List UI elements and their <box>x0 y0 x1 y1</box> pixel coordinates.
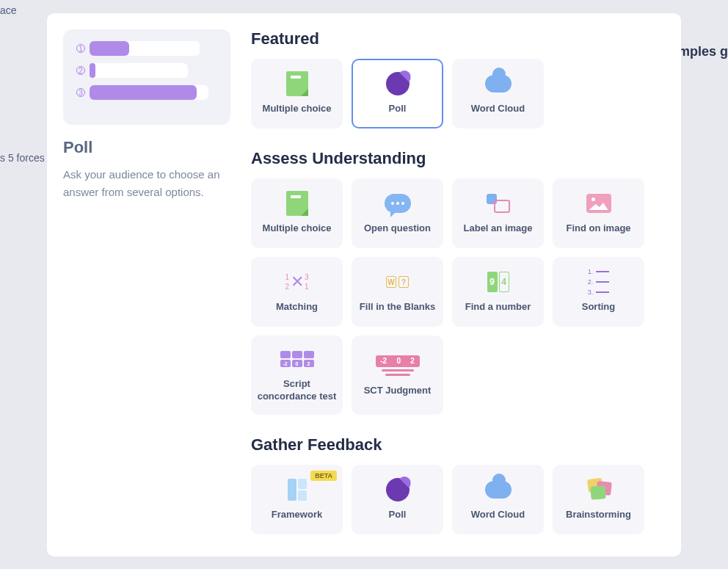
activity-card-label: Script concordance test <box>255 378 338 403</box>
activity-card-sorting[interactable]: 1.2.3.Sorting <box>553 257 644 327</box>
preview-bar-fill <box>90 63 95 78</box>
activity-card-label-image[interactable]: Label an image <box>452 178 544 248</box>
activity-card-label: Matching <box>276 301 318 314</box>
preview-bar-row: 1 <box>76 41 217 56</box>
script-icon: -202 <box>284 347 310 371</box>
sort-icon: 1.2.3. <box>586 270 612 294</box>
find-icon <box>586 192 612 215</box>
activity-card-sct-judgment[interactable]: -202SCT Judgment <box>352 336 443 415</box>
activity-card-fill-blanks[interactable]: W?Fill in the Blanks <box>352 257 443 327</box>
activity-card-script-conc[interactable]: -202Script concordance test <box>251 336 343 415</box>
activity-card-multiple-choice-2[interactable]: Multiple choice <box>251 178 343 248</box>
activity-card-open-question[interactable]: Open question <box>352 178 443 248</box>
preview-bar-fill <box>90 85 197 100</box>
activity-card-label: Poll <box>389 509 407 521</box>
activity-card-label: Sorting <box>582 301 616 314</box>
activity-card-label: Poll <box>389 103 407 115</box>
bg-text-nav: ace <box>0 4 17 16</box>
cloud-icon <box>485 72 512 95</box>
sct-icon: -202 <box>385 354 411 377</box>
preview-bar-number: 1 <box>76 44 85 53</box>
preview-bar-track <box>90 85 208 100</box>
activity-picker-modal: 123 Poll Ask your audience to choose an … <box>47 13 681 557</box>
activity-card-label: Word Cloud <box>471 509 525 521</box>
activity-card-label: Word Cloud <box>471 103 525 115</box>
cards-grid: BETAFrameworkPollWord CloudBrainstorming <box>251 465 656 534</box>
activity-card-label: Find a number <box>465 301 531 314</box>
activity-card-poll-2[interactable]: Poll <box>352 465 443 534</box>
activity-card-matching[interactable]: 13✕21Matching <box>251 257 343 327</box>
preview-bar-fill <box>90 41 129 56</box>
activity-card-poll[interactable]: Poll <box>352 59 443 128</box>
mc-icon <box>284 72 310 95</box>
activity-list[interactable]: FeaturedMultiple choicePollWord CloudAss… <box>239 29 668 557</box>
section-title: Gather Feedback <box>251 435 656 454</box>
cards-grid: Multiple choiceOpen questionLabel an ima… <box>251 178 656 415</box>
preview-bar-track <box>90 41 200 56</box>
activity-card-word-cloud-2[interactable]: Word Cloud <box>452 465 544 534</box>
activity-card-label: Find on image <box>566 222 630 235</box>
activity-card-framework[interactable]: BETAFramework <box>251 465 343 534</box>
bg-text-row: s 5 forces f <box>0 152 50 164</box>
activity-card-label: Multiple choice <box>263 222 332 235</box>
activity-card-label: Label an image <box>464 222 533 235</box>
match-icon: 13✕21 <box>284 270 310 294</box>
blanks-icon: W? <box>385 270 411 294</box>
section-title: Assess Understanding <box>251 149 656 168</box>
preview-bar-row: 2 <box>76 63 217 78</box>
num-icon: 94 <box>485 270 512 294</box>
cards-grid: Multiple choicePollWord Cloud <box>251 59 656 128</box>
sidebar-title: Poll <box>63 138 230 157</box>
poll-icon <box>385 478 411 501</box>
activity-card-multiple-choice[interactable]: Multiple choice <box>251 59 343 128</box>
frame-icon <box>284 478 310 501</box>
activity-card-label: Open question <box>364 222 431 235</box>
activity-card-find-image[interactable]: Find on image <box>553 178 644 248</box>
poll-icon <box>385 72 411 95</box>
mc-icon <box>284 192 310 215</box>
activity-card-label: Fill in the Blanks <box>360 301 435 314</box>
activity-card-label: SCT Judgment <box>364 385 432 397</box>
section-title: Featured <box>251 29 656 48</box>
poll-preview-illustration: 123 <box>63 29 230 125</box>
preview-bar-number: 2 <box>76 66 85 75</box>
preview-bar-number: 3 <box>76 88 85 97</box>
beta-badge: BETA <box>310 471 337 481</box>
speech-icon <box>385 192 411 215</box>
preview-bar-track <box>90 63 188 78</box>
activity-card-label: Multiple choice <box>263 103 332 115</box>
sidebar: 123 Poll Ask your audience to choose an … <box>63 29 239 557</box>
preview-bar-row: 3 <box>76 85 217 100</box>
sidebar-description: Ask your audience to choose an answer fr… <box>63 166 230 201</box>
brain-icon <box>586 478 612 501</box>
activity-card-find-number[interactable]: 94Find a number <box>452 257 544 327</box>
activity-card-word-cloud[interactable]: Word Cloud <box>452 59 544 128</box>
activity-card-brainstorming[interactable]: Brainstorming <box>553 465 644 534</box>
label-icon <box>485 192 512 215</box>
activity-card-label: Brainstorming <box>566 509 631 521</box>
activity-card-label: Framework <box>272 509 322 521</box>
cloud-icon <box>485 478 512 501</box>
